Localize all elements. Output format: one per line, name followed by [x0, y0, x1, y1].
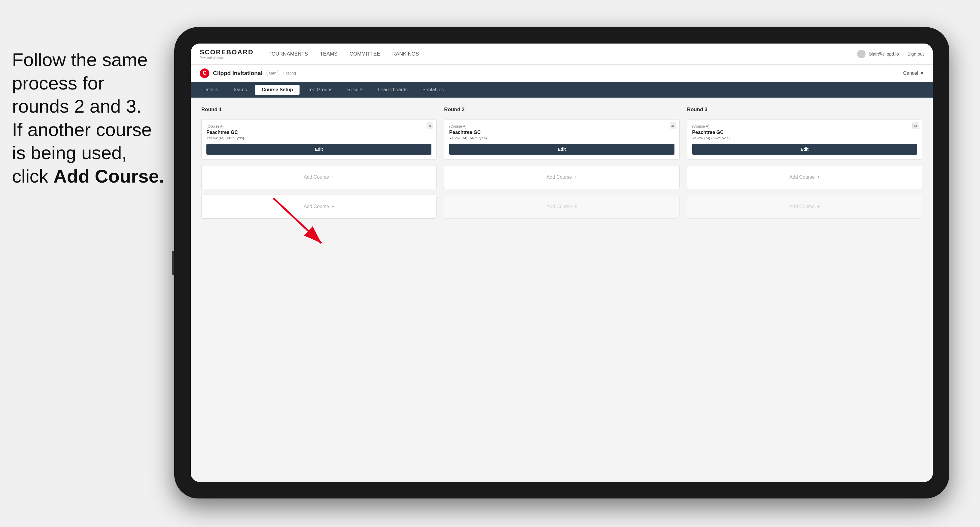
round-2-column: Round 2 ⊗ (Course A) Peachtree GC Yellow… [444, 106, 679, 219]
round2-add-course-2-label: Add Course [546, 204, 572, 209]
cancel-icon: ✕ [920, 70, 924, 76]
round-2-course-name: Peachtree GC [449, 130, 674, 135]
scoreboard-logo: SCOREBOARD Powered by clippd [200, 48, 254, 59]
tournament-info: C Clippd Invitational Men Hosting [200, 68, 296, 78]
add-course-2-label: Add Course [304, 204, 329, 209]
instruction-text: Follow the same process for rounds 2 and… [12, 49, 164, 186]
nav-teams[interactable]: TEAMS [320, 49, 338, 59]
nav-links: TOURNAMENTS TEAMS COMMITTEE RANKINGS [269, 49, 858, 59]
round-2-add-course-2[interactable]: Add Course + [444, 195, 679, 219]
tablet-screen: SCOREBOARD Powered by clippd TOURNAMENTS… [191, 44, 933, 482]
round-2-edit-button[interactable]: Edit [449, 144, 674, 155]
tab-leaderboards[interactable]: Leaderboards [371, 85, 414, 95]
round-1-course-details: Yellow (M) (6629 yds) [207, 136, 431, 140]
hosting-badge: Hosting [283, 71, 296, 75]
round-3-add-course-2[interactable]: Add Course + [687, 195, 922, 219]
round-2-add-course-1[interactable]: Add Course + [444, 165, 679, 189]
round-2-label: Round 2 [444, 106, 679, 113]
round-3-edit-button[interactable]: Edit [692, 144, 917, 155]
logo-title: SCOREBOARD [200, 48, 254, 56]
round-1-label: Round 1 [201, 106, 436, 113]
round-3-course-details: Yellow (M) (6629 yds) [692, 136, 917, 140]
tab-course-setup[interactable]: Course Setup [255, 85, 299, 95]
round3-add-course-2-label: Add Course [789, 204, 815, 209]
tablet-side-button [172, 251, 174, 275]
round-3-add-course-1[interactable]: Add Course + [687, 165, 922, 189]
nav-pipe: | [902, 51, 904, 56]
round3-add-course-2-plus-icon: + [817, 204, 820, 209]
user-email: blair@clippd.io [869, 51, 899, 56]
round-1-add-course-2[interactable]: Add Course + [201, 195, 436, 219]
round-3-course-card: ⊗ (Course A) Peachtree GC Yellow (M) (66… [687, 119, 922, 160]
sign-out-link[interactable]: Sign out [907, 51, 924, 56]
nav-committee[interactable]: COMMITTEE [349, 49, 380, 59]
add-course-2-plus-icon: + [331, 204, 334, 209]
logo-subtitle: Powered by clippd [200, 56, 254, 59]
clippd-icon: C [200, 68, 209, 78]
round-1-add-course-1[interactable]: Add Course + [201, 165, 436, 189]
round-2-course-card: ⊗ (Course A) Peachtree GC Yellow (M) (66… [444, 119, 679, 160]
add-course-1-label: Add Course [304, 175, 329, 180]
tab-printables[interactable]: Printables [416, 85, 450, 95]
round3-add-course-1-plus-icon: + [817, 175, 820, 180]
round-3-course-name: Peachtree GC [692, 130, 917, 135]
round-3-label: Round 3 [687, 106, 922, 113]
user-avatar [857, 50, 865, 58]
tab-tee-groups[interactable]: Tee Groups [301, 85, 339, 95]
nav-right: blair@clippd.io | Sign out [857, 50, 924, 58]
round-1-edit-button[interactable]: Edit [207, 144, 431, 155]
top-nav: SCOREBOARD Powered by clippd TOURNAMENTS… [191, 44, 933, 65]
main-content: Round 1 ⊗ (Course A) Peachtree GC Yellow… [191, 98, 933, 482]
round-1-delete-button[interactable]: ⊗ [426, 122, 433, 129]
round-1-course-card: ⊗ (Course A) Peachtree GC Yellow (M) (66… [201, 119, 436, 160]
tablet-frame: SCOREBOARD Powered by clippd TOURNAMENTS… [174, 27, 949, 498]
round-3-delete-button[interactable]: ⊗ [912, 122, 919, 129]
gender-badge: Men [266, 70, 279, 76]
add-course-1-plus-icon: + [331, 175, 334, 180]
add-course-emphasis: Add Course. [54, 166, 164, 186]
round-3-column: Round 3 ⊗ (Course A) Peachtree GC Yellow… [687, 106, 922, 219]
sub-header: C Clippd Invitational Men Hosting Cancel… [191, 65, 933, 82]
tab-teams[interactable]: Teams [226, 85, 254, 95]
round2-add-course-1-plus-icon: + [574, 175, 577, 180]
round2-add-course-1-label: Add Course [546, 175, 572, 180]
tab-results[interactable]: Results [341, 85, 370, 95]
round-1-course-name: Peachtree GC [207, 130, 431, 135]
instruction-panel: Follow the same process for rounds 2 and… [0, 42, 177, 194]
round-3-course-tag: (Course A) [692, 124, 917, 129]
round-1-course-tag: (Course A) [207, 124, 431, 129]
rounds-grid: Round 1 ⊗ (Course A) Peachtree GC Yellow… [201, 106, 922, 219]
tournament-name: Clippd Invitational [213, 70, 262, 76]
tab-details[interactable]: Details [197, 85, 225, 95]
round-2-course-tag: (Course A) [449, 124, 674, 129]
cancel-button[interactable]: Cancel ✕ [903, 70, 924, 76]
nav-tournaments[interactable]: TOURNAMENTS [269, 49, 308, 59]
tab-bar: Details Teams Course Setup Tee Groups Re… [191, 82, 933, 98]
round3-add-course-1-label: Add Course [789, 175, 815, 180]
round-2-delete-button[interactable]: ⊗ [670, 122, 676, 129]
round-1-column: Round 1 ⊗ (Course A) Peachtree GC Yellow… [201, 106, 436, 219]
round2-add-course-2-plus-icon: + [574, 204, 577, 209]
round-2-course-details: Yellow (M) (6629 yds) [449, 136, 674, 140]
nav-rankings[interactable]: RANKINGS [392, 49, 419, 59]
